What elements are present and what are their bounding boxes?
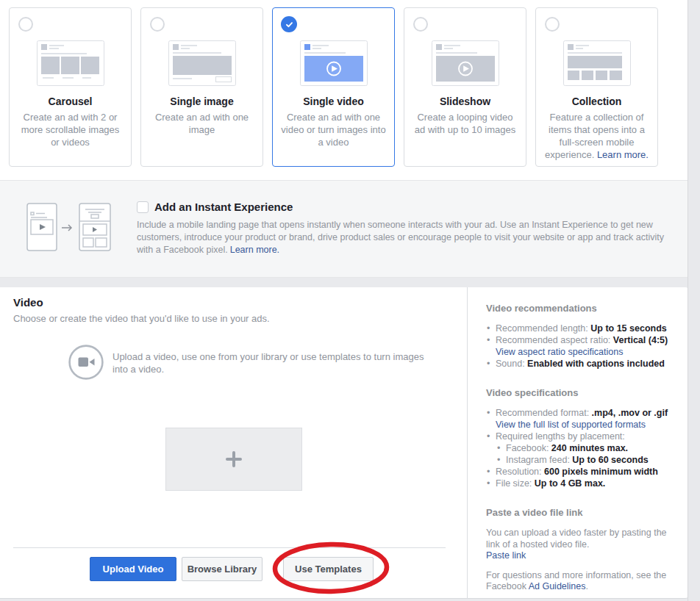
list-item: Required lengths by placement: Facebook:… (486, 431, 674, 467)
format-card-collection[interactable]: Collection Feature a collection of items… (535, 7, 658, 167)
item-value: Up to 15 seconds (590, 323, 667, 334)
use-templates-button[interactable]: Use Templates (283, 557, 374, 581)
plus-icon (224, 450, 243, 469)
browse-library-button[interactable]: Browse Library (182, 557, 262, 581)
item-label: File size: (496, 478, 535, 489)
item-label: Recommended aspect ratio: (496, 335, 613, 345)
placement-sublist: Facebook: 240 minutes max. Instagram fee… (496, 443, 674, 467)
mobile-landing-page-icon (26, 203, 112, 259)
card-title: Slideshow (404, 96, 526, 107)
item-label: Sound: (496, 359, 527, 369)
specifications-heading: Video specifications (486, 387, 674, 398)
recommendations-heading: Video recommendations (486, 303, 674, 314)
format-card-single-image[interactable]: Single image Create an ad with one image (140, 7, 263, 167)
ad-guidelines-footer: For questions and more information, see … (486, 570, 674, 593)
list-item: Recommended length: Up to 15 seconds (486, 323, 674, 335)
radio-unselected-icon[interactable] (18, 17, 33, 32)
supported-formats-link[interactable]: View the full list of supported formats (496, 420, 646, 430)
item-value: .mp4, .mov or .gif (592, 408, 668, 418)
upload-video-button[interactable]: Upload Video (90, 557, 176, 581)
instant-experience-label: Add an Instant Experience (154, 201, 293, 213)
single-image-preview-icon (168, 40, 236, 86)
video-guidelines-sidebar: Video recommendations Recommended length… (467, 287, 688, 599)
item-label: Resolution: (496, 467, 544, 477)
list-item: Resolution: 600 pixels minimum width (486, 467, 674, 478)
add-video-dropzone[interactable] (165, 428, 302, 491)
video-section-subtitle: Choose or create the video that you'd li… (13, 313, 270, 324)
radio-unselected-icon[interactable] (150, 17, 165, 32)
single-video-preview-icon (300, 40, 368, 86)
recommendations-list: Recommended length: Up to 15 seconds Rec… (486, 323, 674, 370)
collection-preview-icon (563, 40, 631, 86)
item-value: Up to 4 GB max. (535, 478, 606, 489)
video-panel: Video Choose or create the video that yo… (0, 287, 688, 599)
card-title: Single image (141, 96, 262, 107)
item-label: Required lengths by placement: (496, 431, 625, 442)
paste-link-heading: Paste a video file link (486, 507, 674, 518)
item-label: Facebook: (506, 443, 551, 453)
instant-experience-description-text: Include a mobile landing page that opens… (137, 220, 664, 255)
format-card-single-video[interactable]: Single video Create an ad with one video… (272, 7, 395, 167)
list-item: Recommended format: .mp4, .mov or .gif V… (486, 408, 674, 431)
carousel-preview-icon (37, 40, 104, 86)
aspect-ratio-specs-link[interactable]: View aspect ratio specifications (496, 347, 623, 357)
format-selector-band: Carousel Create an ad with 2 or more scr… (0, 0, 688, 180)
card-description: Feature a collection of items that opens… (536, 111, 657, 161)
instant-experience-band: Add an Instant Experience Include a mobi… (0, 180, 688, 278)
item-value: Up to 60 seconds (572, 455, 649, 465)
format-cards-row: Carousel Create an ad with 2 or more scr… (9, 7, 658, 167)
ad-format-screen: Carousel Create an ad with 2 or more scr… (0, 0, 700, 601)
radio-unselected-icon[interactable] (545, 17, 560, 32)
scrollbar-track[interactable] (688, 0, 700, 601)
card-title: Carousel (10, 96, 131, 107)
instant-experience-content: Add an Instant Experience Include a mobi… (137, 201, 671, 256)
format-card-slideshow[interactable]: Slideshow Create a looping video ad with… (404, 7, 526, 167)
collection-learn-more-link[interactable]: Learn more. (597, 149, 649, 160)
item-value: 600 pixels minimum width (544, 467, 658, 477)
item-label: Instagram feed: (506, 455, 572, 465)
item-value: 240 minutes max. (551, 443, 628, 453)
list-item: Recommended aspect ratio: Vertical (4:5)… (486, 335, 674, 358)
card-description: Create an ad with one image (141, 111, 262, 136)
video-camera-icon (68, 345, 104, 380)
card-description: Create a looping video ad with up to 10 … (404, 111, 526, 136)
slideshow-preview-icon (432, 40, 499, 86)
buttons-divider (13, 547, 446, 548)
card-title: Single video (273, 96, 394, 107)
instant-experience-description: Include a mobile landing page that opens… (137, 219, 671, 256)
item-label: Recommended format: (496, 408, 592, 418)
list-item: Facebook: 240 minutes max. (496, 443, 674, 455)
card-title: Collection (536, 96, 657, 107)
list-item: Sound: Enabled with captions included (486, 359, 674, 370)
instant-experience-checkbox[interactable] (137, 201, 149, 213)
list-item: Instagram feed: Up to 60 seconds (496, 455, 674, 467)
upload-hint-text: Upload a video, use one from your librar… (113, 350, 430, 375)
check-icon[interactable] (281, 16, 297, 32)
video-section-title: Video (13, 296, 43, 309)
radio-unselected-icon[interactable] (413, 17, 428, 32)
specifications-list: Recommended format: .mp4, .mov or .gif V… (486, 408, 674, 489)
format-card-carousel[interactable]: Carousel Create an ad with 2 or more scr… (9, 7, 132, 167)
item-value: Vertical (4:5) (613, 335, 668, 345)
card-description: Create an ad with one video or turn imag… (273, 111, 394, 148)
item-label: Recommended length: (496, 323, 590, 334)
paste-link[interactable]: Paste link (486, 550, 526, 561)
paste-link-body: You can upload a video faster by pasting… (486, 528, 674, 550)
ad-guidelines-link[interactable]: Ad Guidelines (529, 581, 586, 591)
item-value: Enabled with captions included (527, 359, 665, 369)
instant-learn-more-link[interactable]: Learn more. (230, 245, 279, 255)
card-description: Create an ad with 2 or more scrollable i… (10, 111, 131, 148)
list-item: File size: Up to 4 GB max. (486, 478, 674, 490)
footer-suffix: . (586, 581, 588, 591)
